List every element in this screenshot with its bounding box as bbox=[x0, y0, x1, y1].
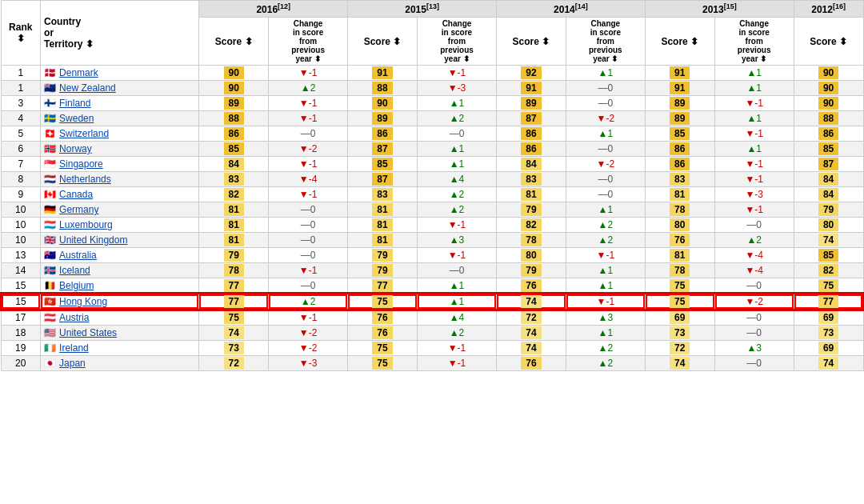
score-box: 78 bbox=[670, 264, 690, 277]
country-link[interactable]: Canada bbox=[59, 189, 93, 200]
country-cell[interactable]: 🇨🇦Canada bbox=[41, 187, 199, 202]
rank-header[interactable]: Rank ⬍ bbox=[1, 1, 41, 66]
country-cell[interactable]: 🇺🇸United States bbox=[41, 326, 199, 341]
country-link[interactable]: Sweden bbox=[59, 113, 94, 124]
score-2013-header[interactable]: Score ⬍ bbox=[645, 18, 714, 66]
score-2014-cell: 74 bbox=[497, 326, 566, 341]
year-2014-header: 2014[14] bbox=[497, 1, 646, 18]
country-link[interactable]: Norway bbox=[59, 143, 92, 154]
change-value: ▼-2 bbox=[597, 113, 615, 124]
country-link[interactable]: Luxembourg bbox=[59, 219, 113, 230]
country-cell[interactable]: 🇳🇴Norway bbox=[41, 142, 199, 157]
table-row: 5🇨🇭Switzerland86—086—086▲185▼-186 bbox=[1, 126, 863, 142]
score-2015-header[interactable]: Score ⬍ bbox=[348, 18, 418, 66]
score-box: 91 bbox=[670, 82, 690, 94]
score-box: 89 bbox=[224, 97, 244, 110]
country-cell[interactable]: 🇦🇹Austria bbox=[41, 310, 199, 326]
score-2014-cell: 76 bbox=[497, 356, 566, 371]
change-value: ▼-1 bbox=[299, 158, 318, 170]
score-2015-cell: 75 bbox=[348, 294, 418, 310]
country-link[interactable]: Hong Kong bbox=[59, 296, 107, 307]
change-2015-cell: ▲2 bbox=[417, 187, 496, 202]
change-2013-cell: ▲1 bbox=[714, 111, 794, 126]
country-cell[interactable]: 🇩🇰Denmark bbox=[41, 66, 199, 81]
score-box: 84 bbox=[818, 173, 838, 186]
country-cell[interactable]: 🇸🇪Sweden bbox=[41, 111, 199, 126]
country-cell[interactable]: 🇳🇱Netherlands bbox=[41, 172, 199, 187]
score-2015-cell: 85 bbox=[348, 157, 418, 172]
score-2012-cell: 69 bbox=[794, 341, 863, 356]
country-header[interactable]: CountryorTerritory ⬍ bbox=[41, 1, 199, 66]
change-value: ▲2 bbox=[598, 358, 614, 369]
year-2012-header: 2012[16] bbox=[794, 1, 863, 18]
table-row: 20🇯🇵Japan72▼-375▼-176▲274—074 bbox=[1, 356, 863, 371]
score-box: 69 bbox=[818, 342, 838, 354]
country-cell[interactable]: 🇮🇪Ireland bbox=[41, 341, 199, 356]
score-2012-cell: 87 bbox=[794, 157, 863, 172]
change-2015-cell: ▼-1 bbox=[417, 66, 496, 81]
change-value: ▲1 bbox=[598, 67, 614, 78]
country-cell[interactable]: 🇫🇮Finland bbox=[41, 96, 199, 111]
country-link[interactable]: Iceland bbox=[59, 265, 90, 276]
score-2013-cell: 83 bbox=[645, 172, 714, 187]
score-2013-cell: 91 bbox=[645, 66, 714, 81]
table-row: 15🇧🇪Belgium77—077▲176▲175—075 bbox=[1, 278, 863, 294]
change-2016-header[interactable]: Changein scorefrompreviousyear ⬍ bbox=[269, 18, 348, 66]
change-value: ▼-2 bbox=[299, 327, 318, 338]
change-value: ▼-1 bbox=[745, 204, 763, 215]
change-value: ▼-3 bbox=[299, 358, 318, 369]
score-2012-cell: 84 bbox=[794, 187, 863, 202]
change-2015-header[interactable]: Changein scorefrompreviousyear ⬍ bbox=[417, 18, 496, 66]
change-2013-cell: ▼-3 bbox=[714, 187, 794, 202]
change-2014-cell: ▲1 bbox=[566, 126, 645, 142]
score-2016-header[interactable]: Score ⬍ bbox=[199, 18, 269, 66]
country-link[interactable]: Japan bbox=[59, 358, 86, 369]
score-2012-header[interactable]: Score ⬍ bbox=[794, 18, 863, 66]
country-link[interactable]: New Zealand bbox=[59, 82, 116, 94]
country-link[interactable]: Finland bbox=[59, 98, 90, 109]
country-link[interactable]: Belgium bbox=[59, 280, 94, 291]
flag-icon: 🇮🇸 bbox=[44, 265, 56, 276]
country-link[interactable]: Netherlands bbox=[59, 174, 111, 185]
country-link[interactable]: United States bbox=[59, 327, 117, 338]
score-2016-cell: 81 bbox=[199, 218, 269, 233]
country-cell[interactable]: 🇳🇿New Zealand bbox=[41, 81, 199, 96]
country-link[interactable]: United Kingdom bbox=[59, 234, 127, 246]
country-link[interactable]: Germany bbox=[59, 204, 98, 215]
score-2015-cell: 87 bbox=[348, 172, 418, 187]
country-link[interactable]: Singapore bbox=[59, 158, 103, 170]
change-2014-header[interactable]: Changein scorefrompreviousyear ⬍ bbox=[566, 18, 645, 66]
score-box: 80 bbox=[670, 218, 690, 231]
change-2015-cell: ▲1 bbox=[417, 96, 496, 111]
change-2013-header[interactable]: Changein scorefrompreviousyear ⬍ bbox=[714, 18, 794, 66]
score-2012-cell: 75 bbox=[794, 278, 863, 294]
country-link[interactable]: Ireland bbox=[59, 342, 89, 354]
change-value: ▼-3 bbox=[448, 82, 466, 94]
score-2014-header[interactable]: Score ⬍ bbox=[497, 18, 566, 66]
score-2012-cell: 79 bbox=[794, 202, 863, 218]
score-2016-cell: 83 bbox=[199, 172, 269, 187]
country-link[interactable]: Austria bbox=[59, 312, 89, 323]
country-cell[interactable]: 🇧🇪Belgium bbox=[41, 278, 199, 294]
rank-cell: 10 bbox=[1, 233, 41, 248]
country-cell[interactable]: 🇸🇬Singapore bbox=[41, 157, 199, 172]
country-cell[interactable]: 🇨🇭Switzerland bbox=[41, 126, 199, 142]
score-2014-cell: 78 bbox=[497, 233, 566, 248]
country-cell[interactable]: 🇯🇵Japan bbox=[41, 356, 199, 371]
score-box: 86 bbox=[372, 127, 392, 140]
score-box: 69 bbox=[818, 311, 838, 324]
change-2016-cell: ▼-1 bbox=[269, 157, 348, 172]
score-box: 74 bbox=[521, 326, 541, 339]
country-cell[interactable]: 🇭🇰Hong Kong bbox=[41, 294, 199, 310]
country-link[interactable]: Denmark bbox=[59, 67, 98, 78]
country-cell[interactable]: 🇦🇺Australia bbox=[41, 248, 199, 263]
country-cell[interactable]: 🇱🇺Luxembourg bbox=[41, 218, 199, 233]
country-cell[interactable]: 🇮🇸Iceland bbox=[41, 263, 199, 278]
country-link[interactable]: Switzerland bbox=[59, 128, 109, 139]
country-cell[interactable]: 🇩🇪Germany bbox=[41, 202, 199, 218]
table-row: 8🇳🇱Netherlands83▼-487▲483—083▼-184 bbox=[1, 172, 863, 187]
score-2015-cell: 91 bbox=[348, 66, 418, 81]
country-cell[interactable]: 🇬🇧United Kingdom bbox=[41, 233, 199, 248]
change-value: ▲1 bbox=[450, 158, 465, 170]
country-link[interactable]: Australia bbox=[59, 250, 97, 261]
